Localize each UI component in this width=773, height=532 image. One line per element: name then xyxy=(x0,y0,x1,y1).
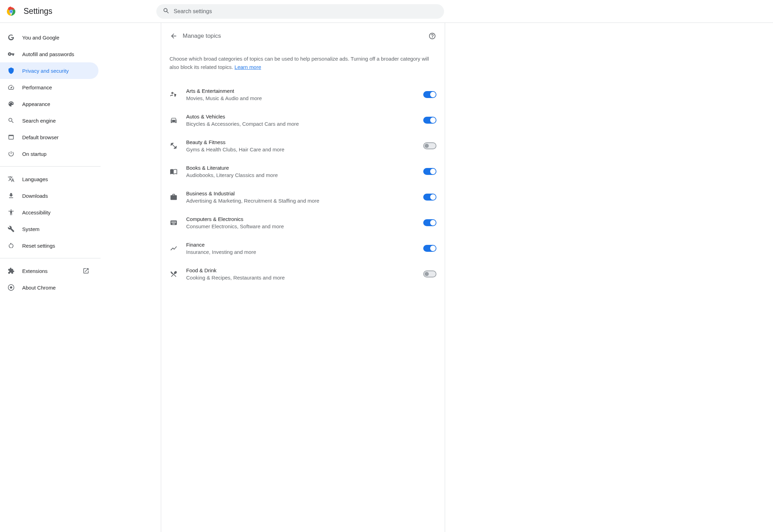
fitness-icon xyxy=(170,142,178,150)
topic-title: Books & Literature xyxy=(186,165,415,171)
sidebar-item-languages[interactable]: Languages xyxy=(0,171,98,187)
shield-icon xyxy=(8,67,15,74)
accessibility-icon xyxy=(8,209,15,216)
topic-toggle[interactable] xyxy=(423,91,436,98)
browser-icon xyxy=(8,134,15,141)
topic-subtitle: Cooking & Recipes, Restaurants and more xyxy=(186,275,415,281)
page-description: Choose which broad categories of topics … xyxy=(161,48,445,82)
sidebar-item-label: Performance xyxy=(22,85,89,90)
book-icon xyxy=(170,167,178,176)
palette-icon xyxy=(8,100,15,107)
topic-toggle[interactable] xyxy=(423,194,436,201)
speed-icon xyxy=(8,84,15,91)
topic-toggle[interactable] xyxy=(423,271,436,277)
sidebar-item-appearance[interactable]: Appearance xyxy=(0,96,98,112)
power-icon xyxy=(8,150,15,157)
search-container[interactable] xyxy=(156,4,444,19)
topic-subtitle: Movies, Music & Audio and more xyxy=(186,95,415,101)
sidebar-item-accessibility[interactable]: Accessibility xyxy=(0,204,98,221)
header-title: Settings xyxy=(24,7,52,16)
sidebar-item-default-browser[interactable]: Default browser xyxy=(0,129,98,145)
arts-icon xyxy=(170,90,178,99)
sidebar-item-autofill[interactable]: Autofill and passwords xyxy=(0,46,98,62)
sidebar-item-label: Accessibility xyxy=(22,210,89,215)
search-icon xyxy=(8,117,15,124)
translate-icon xyxy=(8,176,15,183)
google-icon xyxy=(8,34,15,41)
topic-text: Food & Drink Cooking & Recipes, Restaura… xyxy=(186,267,415,281)
page-title: Manage topics xyxy=(183,33,426,39)
nav-divider xyxy=(0,258,101,258)
topic-subtitle: Insurance, Investing and more xyxy=(186,249,415,255)
sidebar-item-label: Search engine xyxy=(22,118,89,124)
help-button[interactable] xyxy=(426,30,438,42)
topic-title: Autos & Vehicles xyxy=(186,114,415,119)
finance-icon xyxy=(170,244,178,252)
nav-divider xyxy=(0,166,101,167)
topic-title: Beauty & Fitness xyxy=(186,139,415,145)
food-icon xyxy=(170,270,178,278)
build-icon xyxy=(8,225,15,232)
topic-title: Computers & Electronics xyxy=(186,216,415,222)
sidebar-item-label: Default browser xyxy=(22,134,89,140)
topic-title: Finance xyxy=(186,242,415,248)
sidebar-item-label: System xyxy=(22,226,89,232)
open-external-icon xyxy=(82,267,89,274)
main-content: Manage topics Choose which broad categor… xyxy=(101,23,773,532)
sidebar-item-search-engine[interactable]: Search engine xyxy=(0,112,98,129)
sidebar-item-label: Downloads xyxy=(22,193,89,199)
extension-icon xyxy=(8,267,15,274)
topic-row: Books & Literature Audiobooks, Literary … xyxy=(161,159,445,184)
topic-row: Beauty & Fitness Gyms & Health Clubs, Ha… xyxy=(161,133,445,159)
topic-text: Beauty & Fitness Gyms & Health Clubs, Ha… xyxy=(186,139,415,152)
page-header: Manage topics xyxy=(161,23,445,48)
sidebar-item-label: Extensions xyxy=(22,268,75,274)
sidebar-item-system[interactable]: System xyxy=(0,221,98,237)
sidebar-item-extensions[interactable]: Extensions xyxy=(0,263,98,279)
sidebar-item-label: Autofill and passwords xyxy=(22,51,89,57)
topic-text: Books & Literature Audiobooks, Literary … xyxy=(186,165,415,178)
download-icon xyxy=(8,192,15,199)
topic-row: Arts & Entertainment Movies, Music & Aud… xyxy=(161,82,445,107)
back-button[interactable] xyxy=(167,30,180,42)
sidebar-item-label: Privacy and security xyxy=(22,68,89,74)
business-icon xyxy=(170,193,178,201)
sidebar-item-performance[interactable]: Performance xyxy=(0,79,98,96)
sidebar-item-label: You and Google xyxy=(22,35,89,41)
topic-text: Business & Industrial Advertising & Mark… xyxy=(186,190,415,204)
topic-toggle[interactable] xyxy=(423,168,436,175)
key-icon xyxy=(8,51,15,57)
sidebar: You and GoogleAutofill and passwordsPriv… xyxy=(0,23,101,532)
sidebar-item-startup[interactable]: On startup xyxy=(0,145,98,162)
car-icon xyxy=(170,116,178,124)
sidebar-item-you-google[interactable]: You and Google xyxy=(0,29,98,46)
search-input[interactable] xyxy=(174,8,438,15)
topic-row: Finance Insurance, Investing and more xyxy=(161,236,445,261)
topic-title: Food & Drink xyxy=(186,267,415,273)
app-header: Settings xyxy=(0,0,773,23)
topic-row: Food & Drink Cooking & Recipes, Restaura… xyxy=(161,261,445,287)
sidebar-item-label: On startup xyxy=(22,151,89,157)
topic-toggle[interactable] xyxy=(423,142,436,149)
sidebar-item-label: Languages xyxy=(22,176,89,182)
sidebar-item-label: Appearance xyxy=(22,101,89,107)
sidebar-item-about[interactable]: About Chrome xyxy=(0,279,98,296)
topic-subtitle: Bicycles & Accessories, Compact Cars and… xyxy=(186,121,415,127)
keyboard-icon xyxy=(170,219,178,227)
topic-toggle[interactable] xyxy=(423,117,436,124)
topic-text: Computers & Electronics Consumer Electro… xyxy=(186,216,415,229)
sidebar-item-reset[interactable]: Reset settings xyxy=(0,237,98,254)
learn-more-link[interactable]: Learn more xyxy=(235,64,261,70)
topic-subtitle: Advertising & Marketing, Recruitment & S… xyxy=(186,198,415,204)
sidebar-item-privacy[interactable]: Privacy and security xyxy=(0,62,98,79)
topic-text: Finance Insurance, Investing and more xyxy=(186,242,415,255)
svg-point-3 xyxy=(10,10,12,12)
topic-toggle[interactable] xyxy=(423,245,436,252)
topic-title: Business & Industrial xyxy=(186,190,415,196)
sidebar-item-label: About Chrome xyxy=(22,285,89,291)
topics-list: Arts & Entertainment Movies, Music & Aud… xyxy=(161,82,445,287)
topic-row: Autos & Vehicles Bicycles & Accessories,… xyxy=(161,107,445,133)
topic-toggle[interactable] xyxy=(423,219,436,226)
sidebar-item-downloads[interactable]: Downloads xyxy=(0,187,98,204)
topic-subtitle: Audiobooks, Literary Classics and more xyxy=(186,172,415,178)
